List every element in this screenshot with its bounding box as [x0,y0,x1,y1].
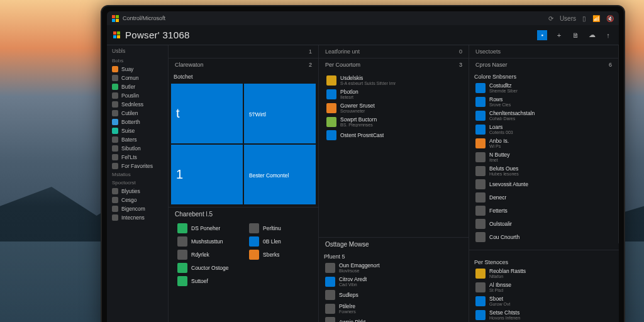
sidebar-item[interactable]: Fel'Lts [107,153,168,162]
app-item[interactable]: PtilelreFowners [323,302,465,315]
app-name: N Buttey [489,152,510,158]
live-tile[interactable]: 5'l'Wirtl [244,84,316,143]
sidebar-item[interactable]: Sibutlon [107,144,168,153]
save-icon[interactable]: 🗎 [571,31,580,40]
app-item[interactable]: SboetGurow Ovt [473,294,615,308]
app-item[interactable]: LoarsCotents 003 [473,123,614,136]
app-subtitle: Cad Vibn [339,282,367,287]
app-subtitle: Nltafon [489,274,526,279]
tile-label: 5'l'Wirtl [249,111,266,118]
sidebar-item[interactable]: Pouslin [107,91,168,100]
app-item[interactable]: Reoblan RasttsNltafon [473,267,615,280]
app-item[interactable]: Citrov AredtCad Vibn [323,275,465,288]
app-item[interactable]: Al IbnsseSt Pisd [473,280,615,294]
app-item[interactable]: Sudleps [323,289,465,301]
sidebar-item-icon [112,84,118,90]
app-name: Sboet [489,296,510,302]
app-item[interactable]: Gowrer SrusetScrouwneter [324,101,464,114]
app-item[interactable]: PbotlonIletesrt [324,87,464,101]
sidebar-item[interactable]: Intecnens [107,213,168,222]
app-item[interactable]: Beluts OuesHubes Iesones [473,164,614,177]
sidebar-item[interactable]: Baters [107,135,168,144]
app-item[interactable]: Suttoef [175,275,240,287]
app-item[interactable]: Ostent ProsntCast [324,129,464,142]
app-name: Chenltentsachstaln [489,110,535,116]
app-item[interactable]: Awnie Plrkt [323,316,465,322]
app-item[interactable]: Rdyrlek [175,248,240,261]
app-name: 0B Llen [263,238,281,245]
app-icon [475,97,486,107]
sidebar-item-icon [112,92,118,99]
sidebar-item[interactable]: Suay [107,65,168,74]
app-item[interactable]: Oun EmaggenortBiovlrsose [323,261,465,274]
sidebar-item[interactable]: Bigencom [107,204,168,213]
users-label[interactable]: Users [560,15,576,22]
sidebar-item[interactable]: For Favorites [107,162,168,170]
app-item[interactable]: Sberks [247,248,312,261]
column-1: 1 Clarewaton2 Botchet t5'l'Wirtl1Bester … [169,45,319,322]
sidebar-item[interactable]: Botterth [107,118,168,126]
app-item[interactable]: Cou Cnourth [473,231,614,243]
app-item[interactable]: N ButteyItnet [473,150,614,164]
sidebar-item[interactable]: Cutilen [107,109,168,118]
app-icon [325,277,335,287]
app-item[interactable]: Anbo Is.Wi Ps [473,136,614,150]
app-item[interactable]: UsdelskisS·A esbeurt Sulds Sifder Irnr [324,74,464,87]
app-subtitle: Gurow Ovt [489,302,510,306]
sidebar-item[interactable]: Blyuties [107,187,168,196]
cloud-icon[interactable]: ☁ [587,31,596,40]
app-name: Ostent ProsntCast [340,132,384,138]
upload-icon[interactable]: ↑ [604,31,613,40]
app-subtitle: Hubes Iesones [489,172,519,176]
app-item[interactable]: Denecr [473,191,614,204]
sidebar-item-label: Cesgo [121,197,137,203]
app-subtitle: Cotents 003 [489,130,513,135]
app-icon [475,152,486,162]
sidebar-item-label: Blyuties [121,188,140,194]
sidebar-item-label: Sednless [121,101,143,108]
app-badge-icon[interactable]: ▪ [537,30,547,40]
app-item[interactable]: Setse ChtstsHovons Infenen [473,308,615,321]
tile-number: 1 [176,167,183,182]
titlebar-label: Control/Microsoft [123,15,165,21]
app-icon [475,206,486,216]
sidebar-item[interactable]: Comun [107,74,168,82]
app-name: Gowrer Sruset [340,103,375,109]
sidebar-item[interactable]: Butler [107,82,168,91]
app-icon [325,304,335,314]
app-item[interactable]: Mushstusttun [175,235,240,248]
app-item[interactable]: DS Poneher [175,222,240,235]
app-name: DS Poneher [191,225,220,231]
app-name: Mushstusttun [191,238,223,245]
app-item[interactable]: 0B Llen [247,235,312,248]
sidebar-item-label: Cutilen [121,110,138,116]
add-button[interactable]: + [555,31,564,40]
app-name: Couctor Ostoge [191,265,229,271]
app-name: Loars [489,124,513,130]
refresh-icon[interactable]: ⟳ [548,15,553,22]
app-subtitle: Fowners [339,309,356,314]
menu-icon[interactable]: ▯ [582,15,586,22]
page-title: Powser' 31068 [125,30,190,40]
app-icon [326,75,336,86]
app-item[interactable]: Oulstoalir [473,218,614,230]
app-icon [325,263,335,273]
app-item[interactable]: RowsSrove Cies [473,95,614,108]
sidebar-item[interactable]: Sednless [107,100,168,109]
live-tile[interactable]: 1 [171,145,243,204]
app-item[interactable]: Couctor Ostoge [175,262,240,274]
app-icon [177,263,187,273]
sidebar-item[interactable]: Cesgo [107,196,168,204]
app-item[interactable]: ChenltentsachstalnCohab Dares [473,109,614,122]
live-tile[interactable]: Bester Comontel [244,145,316,204]
app-name: Perltinu [263,225,281,231]
app-name: Reoblan Rastts [489,268,526,274]
col2-footer-title: Osttage Mowse [319,237,469,251]
app-item[interactable]: CostudltzShernde Siber [473,81,614,94]
sidebar-item[interactable]: Suise [107,126,168,135]
app-item[interactable]: Perltinu [247,222,312,235]
app-item[interactable]: Fetterts [473,204,614,217]
app-item[interactable]: Sowprt BuctornBS. Plegnmnses [324,115,464,128]
live-tile[interactable]: t [171,84,243,143]
app-item[interactable]: Lsevossit Atunte [473,178,614,191]
